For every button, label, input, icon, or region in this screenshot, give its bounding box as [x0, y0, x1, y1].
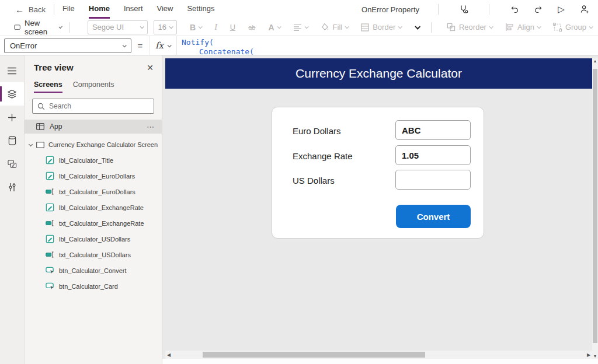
- vertical-scrollbar[interactable]: ▲ ▼: [592, 58, 598, 359]
- label-icon: [46, 203, 54, 212]
- search-input[interactable]: [49, 102, 149, 110]
- chevron-down-icon: [537, 24, 541, 29]
- convert-button[interactable]: Convert: [396, 205, 471, 228]
- tree-item-txt_Calculator_USDollars[interactable]: txt_Calculator_USDollars: [25, 247, 162, 262]
- overflow-menu-icon[interactable]: ⋯: [147, 123, 155, 131]
- divider: [489, 4, 489, 15]
- tree-item-lbl_Calculator_EuroDollars[interactable]: lbl_Calculator_EuroDollars: [25, 168, 162, 184]
- align-objects-button[interactable]: Align: [505, 23, 540, 32]
- close-icon[interactable]: ✕: [147, 63, 154, 72]
- tree-item-btn_Calculator_Card[interactable]: btn_Calculator_Card: [25, 278, 162, 294]
- field-input-exchange-rate[interactable]: [395, 145, 471, 165]
- font-family-value: Segoe UI: [92, 23, 124, 32]
- field-label-euro-dollars[interactable]: Euro Dollars: [293, 126, 341, 136]
- toolbar-expand-button[interactable]: [415, 25, 419, 29]
- tree-item-btn_Calculator_Convert[interactable]: btn_Calculator_Convert: [25, 262, 162, 278]
- menu-item-file[interactable]: File: [62, 0, 75, 19]
- menu-bar: ← Back FileHomeInsertViewSettings OnErro…: [0, 0, 598, 19]
- italic-button[interactable]: I: [214, 23, 217, 32]
- tree-item-txt_Calculator_ExchangeRate[interactable]: txt_Calculator_ExchangeRate: [25, 215, 162, 231]
- menu-items: FileHomeInsertViewSettings: [62, 0, 215, 19]
- rail-tree-view-icon[interactable]: [0, 82, 24, 106]
- bold-button[interactable]: B: [190, 23, 201, 32]
- underline-button[interactable]: U: [230, 23, 235, 32]
- chevron-down-icon: [304, 24, 308, 29]
- chevron-down-icon: [123, 43, 127, 47]
- rail-menu-icon[interactable]: [0, 59, 24, 82]
- tree-item-label: lbl_Calculator_EuroDollars: [59, 173, 135, 180]
- text-align-button[interactable]: [293, 24, 308, 31]
- tree-view-panel: Tree view ✕ ScreensComponents App ⋯ Curr…: [25, 55, 162, 364]
- left-rail: [0, 55, 25, 364]
- back-label: Back: [29, 5, 46, 14]
- divider: [438, 4, 439, 15]
- undo-icon[interactable]: [508, 3, 521, 16]
- fill-button[interactable]: Fill: [321, 23, 349, 32]
- chevron-down-icon: [589, 24, 593, 29]
- strikethrough-button[interactable]: ab: [248, 24, 255, 31]
- canvas: Currency Exchange Calculator Convert Eur…: [162, 55, 598, 364]
- reorder-icon: [447, 23, 456, 32]
- formula-line-1: Notify(: [182, 38, 598, 47]
- horizontal-scroll-thumb[interactable]: [203, 352, 425, 358]
- horizontal-scrollbar[interactable]: ◀ ▶: [165, 351, 592, 359]
- reorder-button[interactable]: Reorder: [447, 23, 492, 32]
- tree-item-label: lbl_Calculator_USDollars: [59, 236, 130, 243]
- scroll-left-icon[interactable]: ◀: [165, 351, 172, 359]
- textinput-icon: [46, 187, 54, 196]
- formula-input[interactable]: Notify( Concatenate(: [177, 36, 598, 55]
- field-input-us-dollars[interactable]: [395, 170, 471, 190]
- redo-icon[interactable]: [531, 3, 544, 16]
- field-label-exchange-rate[interactable]: Exchange Rate: [293, 151, 353, 161]
- tree-item-screen[interactable]: Currency Exchange Calculator Screen: [25, 137, 162, 152]
- font-size-select[interactable]: 16: [154, 20, 177, 34]
- chevron-down-icon: [345, 24, 349, 29]
- tree-item-lbl_Calculator_USDollars[interactable]: lbl_Calculator_USDollars: [25, 231, 162, 247]
- scroll-up-icon[interactable]: ▲: [592, 59, 598, 63]
- rail-data-icon[interactable]: [0, 129, 24, 152]
- menu-item-insert[interactable]: Insert: [124, 0, 143, 19]
- vertical-scroll-thumb[interactable]: [593, 69, 597, 343]
- rail-media-icon[interactable]: [0, 152, 24, 176]
- rail-advanced-tools-icon[interactable]: [0, 176, 24, 199]
- field-label-us-dollars[interactable]: US Dollars: [293, 176, 335, 186]
- chevron-down-icon: [169, 24, 173, 29]
- tree-item-txt_Calculator_EuroDollars[interactable]: txt_Calculator_EuroDollars: [25, 184, 162, 200]
- property-select[interactable]: OnError: [4, 38, 131, 53]
- group-icon: [553, 23, 562, 32]
- tree-item-label: txt_Calculator_ExchangeRate: [59, 220, 144, 227]
- divider: [54, 4, 54, 15]
- tree-search-box[interactable]: [32, 99, 154, 114]
- tree-items: lbl_Calculator_Titlelbl_Calculator_EuroD…: [25, 152, 162, 294]
- menu-item-view[interactable]: View: [157, 0, 173, 19]
- back-button[interactable]: ← Back: [15, 5, 46, 15]
- scroll-right-icon[interactable]: ▶: [585, 351, 592, 359]
- tree-item-app[interactable]: App ⋯: [25, 120, 162, 134]
- group-button[interactable]: Group: [553, 23, 592, 32]
- tree-item-lbl_Calculator_Title[interactable]: lbl_Calculator_Title: [25, 152, 162, 168]
- fx-button[interactable]: fx: [149, 36, 177, 55]
- tab-screens[interactable]: Screens: [34, 80, 62, 93]
- menu-item-home[interactable]: Home: [89, 0, 110, 19]
- tree-item-lbl_Calculator_ExchangeRate[interactable]: lbl_Calculator_ExchangeRate: [25, 200, 162, 215]
- share-person-icon[interactable]: [578, 3, 591, 16]
- tree-item-label: App: [50, 123, 141, 131]
- label-icon: [46, 235, 54, 243]
- chevron-down-icon: [140, 24, 144, 29]
- preview-play-icon[interactable]: ▷: [555, 3, 568, 16]
- scroll-down-icon[interactable]: ▼: [592, 354, 598, 358]
- chevron-down-icon: [398, 24, 402, 29]
- rail-insert-icon[interactable]: [0, 106, 24, 129]
- app-title-label[interactable]: Currency Exchange Calculator: [165, 58, 592, 89]
- menu-item-settings[interactable]: Settings: [187, 0, 214, 19]
- tree-tabs: ScreensComponents: [25, 72, 162, 93]
- tab-components[interactable]: Components: [73, 80, 114, 93]
- new-screen-button[interactable]: New screen: [14, 19, 61, 36]
- font-family-select[interactable]: Segoe UI: [88, 20, 148, 34]
- field-input-euro-dollars[interactable]: [395, 120, 471, 140]
- app-checker-icon[interactable]: [457, 3, 470, 16]
- border-button[interactable]: Border: [361, 23, 401, 32]
- border-icon: [361, 23, 369, 32]
- calculator-card[interactable]: Convert Euro DollarsExchange RateUS Doll…: [272, 107, 484, 239]
- font-color-button[interactable]: A: [268, 23, 280, 32]
